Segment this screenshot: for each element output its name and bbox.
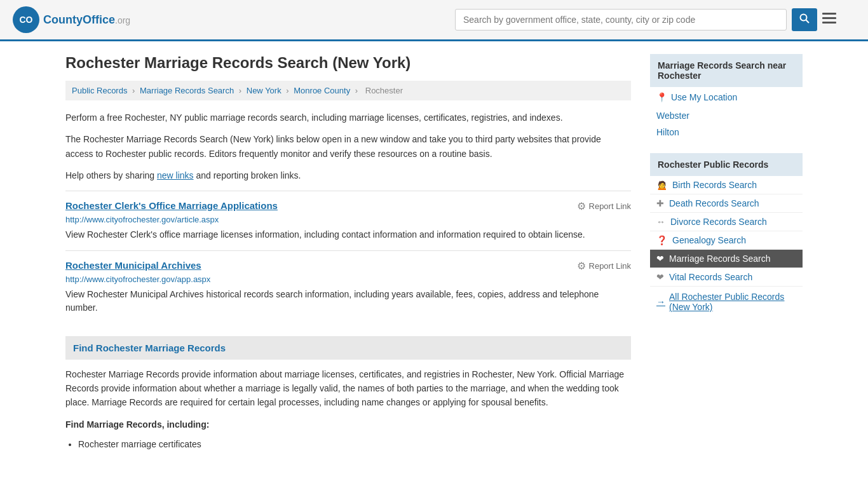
heart-icon: ❤ [656, 254, 664, 264]
arrows-icon: ↔ [656, 217, 665, 227]
sidebar-nearby-section: Marriage Records Search near Rochester 📍… [650, 54, 803, 140]
use-location-label: Use My Location [671, 92, 737, 102]
intro-text-3: Help others by sharing new links and rep… [65, 168, 631, 182]
svg-rect-6 [822, 22, 836, 24]
find-bullets-list: Rochester marriage certificates [78, 439, 631, 449]
sidebar-item-birth-records[interactable]: 🙍 Birth Records Search [650, 176, 803, 194]
logo-suffix: .org [115, 15, 130, 25]
sidebar-label: Marriage Records Search [669, 254, 771, 264]
breadcrumb-marriage-records[interactable]: Marriage Records Search [140, 86, 234, 95]
list-item: Rochester marriage certificates [78, 439, 631, 449]
sidebar-public-records-title: Rochester Public Records [650, 153, 803, 176]
record-url[interactable]: http://www.cityofrochester.gov/app.aspx [65, 274, 631, 284]
sidebar-label: Genealogy Search [672, 235, 746, 245]
svg-text:CO: CO [20, 15, 33, 25]
all-records-label[interactable]: All Rochester Public Records (New York) [669, 292, 796, 312]
question-icon: ❓ [656, 235, 667, 245]
sidebar-item-genealogy[interactable]: ❓ Genealogy Search [650, 231, 803, 250]
svg-line-3 [806, 20, 810, 24]
sidebar-nearby-webster[interactable]: Webster [650, 107, 803, 124]
report-link-button[interactable]: ⚙ Report Link [577, 260, 631, 272]
sidebar-public-records-section: Rochester Public Records 🙍 Birth Records… [650, 153, 803, 317]
cross-icon: ✚ [656, 198, 664, 208]
logo-icon: CO [13, 6, 39, 33]
breadcrumb: Public Records › Marriage Records Search… [65, 81, 631, 100]
record-item: Rochester Clerk's Office Marriage Applic… [65, 191, 631, 250]
location-pin-icon: 📍 [656, 92, 667, 102]
report-icon: ⚙ [577, 200, 586, 212]
search-area [455, 8, 836, 31]
new-links-link[interactable]: new links [157, 170, 194, 180]
sidebar-nearby-title: Marriage Records Search near Rochester [650, 54, 803, 87]
records-list: Rochester Clerk's Office Marriage Applic… [65, 191, 631, 323]
svg-rect-5 [822, 17, 836, 19]
svg-point-2 [801, 15, 807, 21]
sidebar-item-marriage-records[interactable]: ❤ Marriage Records Search [650, 250, 803, 268]
sidebar-label: Birth Records Search [672, 180, 757, 190]
breadcrumb-public-records[interactable]: Public Records [72, 86, 127, 95]
search-button[interactable] [792, 8, 817, 31]
search-input[interactable] [455, 9, 787, 30]
content-area: Rochester Marriage Records Search (New Y… [65, 54, 631, 451]
use-location-button[interactable]: 📍 Use My Location [650, 87, 803, 107]
logo-area: CO CountyOffice.org [13, 6, 130, 33]
record-description: View Rochester Clerk's office marriage l… [65, 228, 631, 241]
sidebar-item-vital-records[interactable]: ❤ Vital Records Search [650, 268, 803, 287]
record-title[interactable]: Rochester Municipal Archives [65, 260, 201, 271]
intro-text-2: The Rochester Marriage Records Search (N… [65, 132, 631, 161]
sidebar-label: Divorce Records Search [670, 217, 767, 227]
record-title[interactable]: Rochester Clerk's Office Marriage Applic… [65, 200, 278, 211]
sidebar-label: Death Records Search [669, 198, 759, 208]
vital-heart-icon: ❤ [656, 272, 664, 282]
record-description: View Rochester Municipal Archives histor… [65, 288, 631, 315]
breadcrumb-new-york[interactable]: New York [247, 86, 281, 95]
find-section-body: Rochester Marriage Records provide infor… [65, 367, 631, 410]
main-container: Rochester Marriage Records Search (New Y… [53, 41, 815, 464]
sidebar-item-death-records[interactable]: ✚ Death Records Search [650, 194, 803, 213]
breadcrumb-rochester: Rochester [365, 86, 403, 95]
report-label: Report Link [589, 261, 631, 271]
site-header: CO CountyOffice.org [0, 0, 868, 41]
report-label: Report Link [589, 201, 631, 211]
person-icon: 🙍 [656, 180, 667, 190]
arrow-right-icon: → [656, 297, 665, 307]
sidebar-item-divorce-records[interactable]: ↔ Divorce Records Search [650, 213, 803, 231]
breadcrumb-monroe-county[interactable]: Monroe County [294, 86, 350, 95]
logo-text: CountyOffice.org [43, 13, 130, 27]
sidebar-label: Vital Records Search [669, 272, 752, 282]
sidebar-nearby-hilton[interactable]: Hilton [650, 124, 803, 140]
report-link-button[interactable]: ⚙ Report Link [577, 200, 631, 212]
page-title: Rochester Marriage Records Search (New Y… [65, 54, 631, 72]
find-section-heading: Find Rochester Marriage Records [65, 336, 631, 360]
report-icon: ⚙ [577, 260, 586, 272]
logo-name: CountyOffice [43, 13, 115, 26]
svg-rect-4 [822, 13, 836, 15]
menu-button[interactable] [822, 11, 836, 28]
record-url[interactable]: http://www.cityofrochester.gov/article.a… [65, 215, 631, 224]
record-item: Rochester Municipal Archives ⚙ Report Li… [65, 250, 631, 323]
sidebar: Marriage Records Search near Rochester 📍… [650, 54, 803, 451]
sidebar-all-records-link[interactable]: → All Rochester Public Records (New York… [650, 287, 803, 317]
intro-text-1: Perform a free Rochester, NY public marr… [65, 111, 631, 125]
find-sub-heading: Find Marriage Records, including: [65, 417, 631, 431]
